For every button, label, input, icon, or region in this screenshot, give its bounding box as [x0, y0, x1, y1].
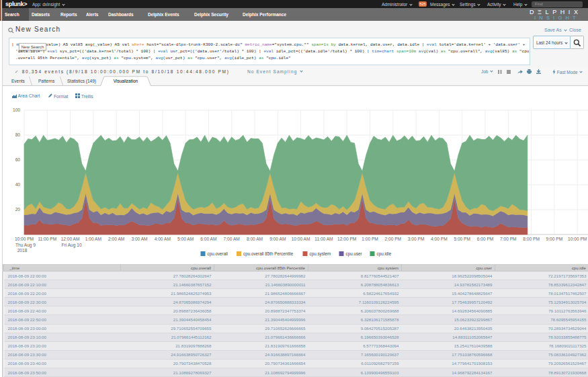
svg-text:12:00 PM: 12:00 PM [337, 237, 356, 241]
svg-text:7:00 AM: 7:00 AM [224, 237, 240, 241]
svg-text:9:00 PM: 9:00 PM [546, 237, 563, 241]
svg-text:10:00 AM: 10:00 AM [292, 237, 310, 241]
svg-text:3:00 AM: 3:00 AM [131, 237, 147, 241]
svg-text:8:00 PM: 8:00 PM [523, 237, 540, 241]
svg-text:10:00 PM: 10:00 PM [568, 237, 587, 241]
svg-text:cpu.idle: cpu.idle [377, 251, 392, 257]
svg-text:1:00 AM: 1:00 AM [85, 237, 101, 241]
svg-text:cpu.overall 85th Percentile: cpu.overall 85th Percentile [243, 251, 294, 257]
svg-text:5:00 AM: 5:00 AM [177, 237, 194, 241]
svg-text:cpu.overall: cpu.overall [208, 251, 228, 257]
svg-text:1:00 PM: 1:00 PM [362, 237, 378, 241]
svg-text:3:00 PM: 3:00 PM [408, 237, 425, 241]
svg-text:2018: 2018 [17, 248, 28, 253]
svg-text:60: 60 [15, 157, 21, 162]
svg-text:cpu.system: cpu.system [310, 251, 331, 257]
svg-text:4:00 PM: 4:00 PM [431, 237, 448, 241]
svg-text:6:00 PM: 6:00 PM [477, 237, 494, 241]
svg-text:11:00 PM: 11:00 PM [38, 237, 56, 241]
svg-text:8:00 AM: 8:00 AM [247, 237, 263, 241]
svg-text:4:00 AM: 4:00 AM [155, 237, 171, 241]
svg-text:20: 20 [15, 207, 21, 212]
svg-text:cpu.user: cpu.user [346, 251, 362, 257]
svg-text:80: 80 [15, 132, 21, 137]
svg-text:Thu Aug 9: Thu Aug 9 [15, 243, 36, 248]
svg-text:6:00 AM: 6:00 AM [200, 237, 216, 241]
svg-text:11:00 AM: 11:00 AM [314, 237, 333, 241]
svg-text:10:00 PM: 10:00 PM [15, 237, 34, 241]
svg-text:2:00 AM: 2:00 AM [108, 237, 124, 241]
svg-text:12:00 AM: 12:00 AM [61, 237, 80, 241]
svg-text:2:00 PM: 2:00 PM [385, 237, 402, 241]
svg-text:5:00 PM: 5:00 PM [454, 237, 470, 241]
svg-text:Fri Aug 10: Fri Aug 10 [62, 243, 82, 248]
svg-text:100: 100 [13, 108, 20, 112]
svg-text:9:00 AM: 9:00 AM [269, 237, 286, 241]
svg-text:40: 40 [15, 182, 21, 187]
svg-text:7:00 PM: 7:00 PM [500, 237, 517, 241]
